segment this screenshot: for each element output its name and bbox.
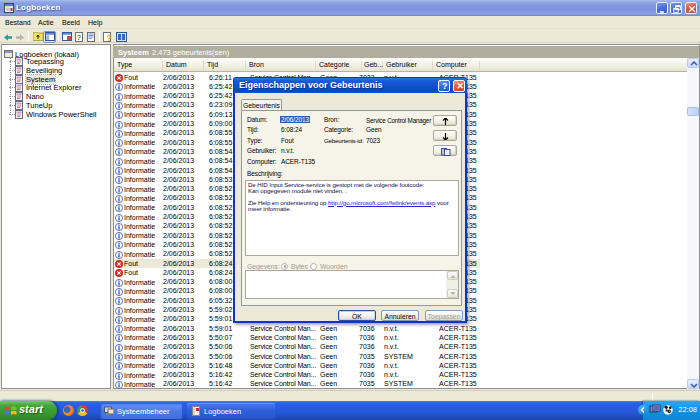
svg-text:?: ?	[107, 33, 113, 42]
svg-text:?: ?	[77, 33, 81, 40]
